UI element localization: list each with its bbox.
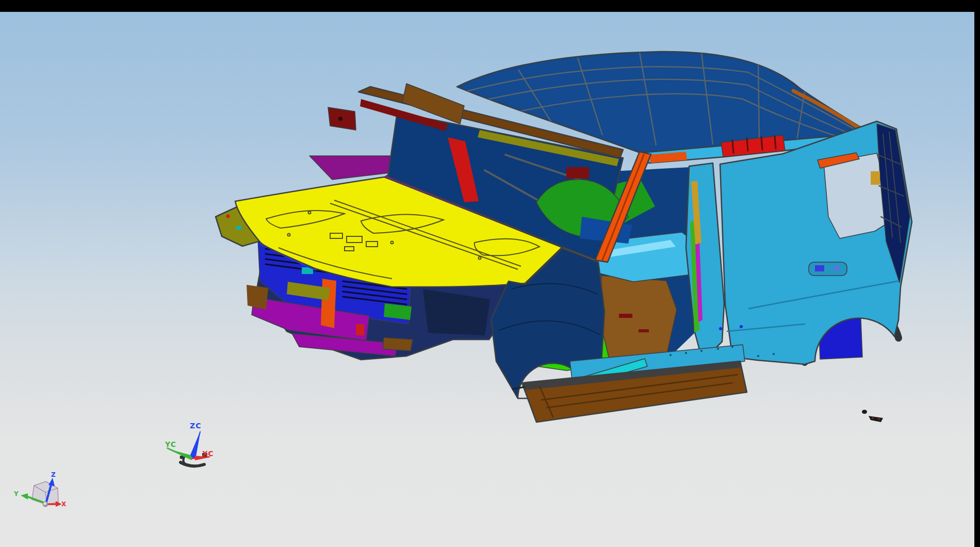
model-canvas[interactable]: ZC YC XC Z Y X bbox=[0, 12, 974, 547]
wcs-triad[interactable]: ZC YC XC bbox=[165, 422, 214, 466]
datum-z-axis-arrow[interactable] bbox=[48, 478, 55, 486]
front-brown-bracket bbox=[383, 337, 413, 351]
datum-origin-sphere[interactable] bbox=[43, 502, 48, 507]
application-window: ZC YC XC Z Y X bbox=[0, 0, 980, 547]
wcs-rotation-handle[interactable] bbox=[183, 456, 186, 464]
body-blue-dot bbox=[740, 325, 743, 328]
loose-part-red-dot bbox=[878, 419, 880, 420]
floor-red-mark bbox=[639, 329, 649, 332]
front-orange-brace bbox=[321, 279, 336, 328]
loose-part-small[interactable] bbox=[862, 410, 867, 414]
front-brown-corner bbox=[247, 285, 268, 310]
wcs-z-axis-arrow[interactable] bbox=[190, 430, 201, 459]
wcs-y-label: YC bbox=[165, 440, 176, 448]
window-top-frame bbox=[0, 0, 980, 12]
datum-z-label: Z bbox=[51, 471, 56, 478]
wcs-y-axis-arrow[interactable] bbox=[166, 448, 192, 460]
quarter-window-gold-bracket bbox=[871, 171, 880, 185]
datum-csys[interactable]: Z Y X bbox=[13, 471, 67, 508]
rail-red-dot bbox=[226, 215, 230, 218]
datum-x-label: X bbox=[61, 501, 67, 508]
loose-part-red-dot bbox=[872, 417, 874, 419]
datum-y-axis-arrow[interactable] bbox=[21, 493, 28, 500]
handle-blue-dot bbox=[834, 266, 839, 271]
bracket-hole bbox=[338, 117, 342, 121]
loose-part-long[interactable] bbox=[869, 416, 883, 422]
floor-red-mark bbox=[619, 314, 632, 318]
body-blue-dot bbox=[719, 327, 722, 330]
interior-darkred-bracket bbox=[566, 167, 589, 179]
window-right-frame bbox=[974, 0, 980, 547]
datum-y-label: Y bbox=[13, 490, 19, 497]
door-handle-recess[interactable] bbox=[809, 262, 847, 276]
handle-blue-glyph bbox=[815, 265, 824, 271]
floor-pan-brown[interactable] bbox=[600, 276, 677, 361]
loose-parts[interactable] bbox=[862, 410, 883, 422]
graphics-viewport[interactable]: ZC YC XC Z Y X bbox=[0, 12, 974, 547]
front-red-detail bbox=[356, 324, 364, 335]
wcs-z-label: ZC bbox=[190, 422, 201, 430]
body-in-white-model[interactable] bbox=[216, 52, 912, 422]
wcs-x-label: XC bbox=[202, 449, 214, 458]
rail-teal-chip bbox=[236, 226, 241, 230]
